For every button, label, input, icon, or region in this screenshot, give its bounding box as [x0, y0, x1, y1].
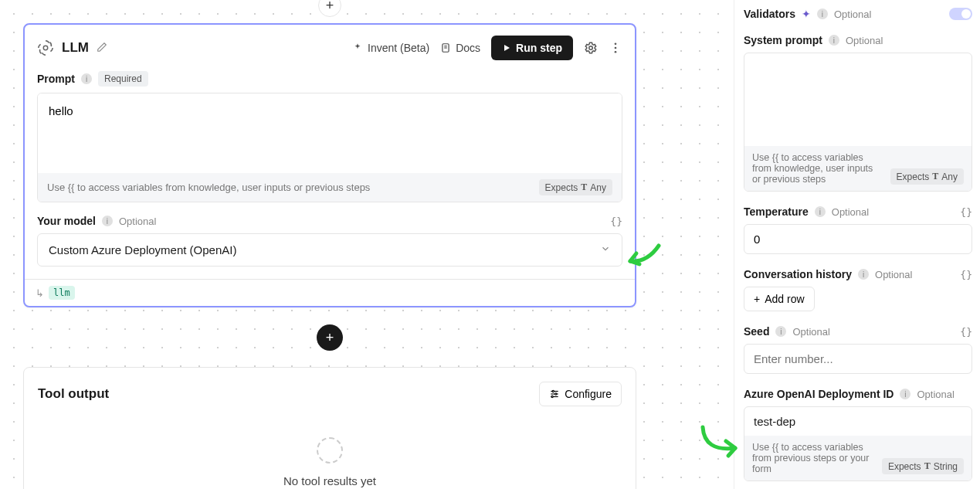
info-icon[interactable]: i [81, 73, 92, 84]
plus-icon: + [754, 293, 760, 305]
output-variable-pill[interactable]: llm [49, 286, 75, 300]
type-icon: T [932, 171, 938, 182]
code-toggle-icon[interactable]: {} [960, 326, 972, 338]
info-icon[interactable]: i [829, 35, 839, 46]
properties-panel: Validators ✦ i Optional System prompt i … [734, 0, 980, 489]
system-prompt-wrap: Use {{ to access variables from knowledg… [744, 53, 972, 192]
run-step-label: Run step [516, 42, 562, 54]
svg-point-7 [615, 51, 617, 53]
prompt-label: Prompt [37, 73, 75, 85]
azure-hint: Use {{ to access variables from previous… [752, 442, 876, 474]
validators-toggle[interactable] [949, 8, 972, 20]
add-row-label: Add row [765, 293, 804, 305]
optional-label: Optional [119, 216, 156, 227]
invent-label: Invent (Beta) [368, 42, 429, 54]
llm-header: LLM Invent (Beta) Docs Run step [25, 25, 635, 71]
svg-point-6 [615, 47, 617, 49]
play-icon [502, 43, 511, 53]
empty-state: No tool results yet "Run all" to run thi… [38, 430, 622, 489]
add-step-top-button[interactable]: + [318, 0, 341, 17]
plus-icon: + [326, 0, 334, 14]
info-icon[interactable]: i [102, 216, 113, 226]
temperature-input[interactable] [744, 224, 972, 254]
svg-point-13 [551, 396, 553, 397]
type-icon: T [924, 460, 931, 472]
optional-label: Optional [875, 269, 912, 280]
invent-button[interactable]: Invent (Beta) [352, 42, 429, 54]
svg-point-12 [555, 393, 557, 395]
add-step-mid-button[interactable]: + [317, 324, 343, 351]
run-step-button[interactable]: Run step [491, 36, 573, 60]
optional-label: Optional [917, 389, 954, 400]
return-icon: ↳ [36, 287, 44, 299]
optional-label: Optional [834, 8, 871, 20]
model-selected-value: Custom Azure Deployment (OpenAI) [49, 243, 236, 256]
prompt-input[interactable] [38, 93, 622, 171]
openai-icon [37, 39, 54, 56]
seed-input[interactable] [744, 344, 972, 374]
code-toggle-icon[interactable]: {} [960, 269, 972, 280]
empty-circle-icon [317, 437, 343, 464]
info-icon[interactable]: i [815, 206, 826, 217]
llm-title: LLM [62, 40, 89, 56]
info-icon[interactable]: i [817, 8, 828, 19]
tool-output-card: Tool output Configure No tool results ye… [23, 367, 636, 489]
model-label: Your model [37, 215, 96, 227]
docs-label: Docs [456, 42, 480, 54]
validators-label: Validators [744, 8, 795, 20]
canvas-area[interactable]: + LLM Invent (Beta) Docs [0, 0, 734, 489]
code-toggle-icon[interactable]: {} [610, 216, 622, 227]
model-select[interactable]: Custom Azure Deployment (OpenAI) [37, 233, 622, 267]
expects-pill: Expects T Any [539, 179, 612, 195]
required-badge: Required [98, 71, 148, 87]
svg-point-11 [552, 390, 554, 392]
info-icon[interactable]: i [900, 389, 910, 399]
history-label: Conversation history [744, 268, 852, 280]
settings-icon[interactable] [584, 41, 598, 55]
more-menu-icon[interactable] [609, 41, 622, 55]
tool-output-title: Tool output [38, 386, 109, 402]
seed-label: Seed [744, 325, 769, 338]
svg-point-5 [615, 42, 617, 45]
azure-deployment-input[interactable]: test-dep [744, 407, 972, 436]
prompt-hint: Use {{ to access variables from knowledg… [47, 182, 370, 193]
expects-pill: Expects T String [882, 458, 964, 474]
sparkle-icon: ✦ [802, 8, 811, 20]
svg-point-0 [43, 46, 48, 50]
llm-output-footer: ↳ llm [25, 279, 635, 306]
svg-point-4 [589, 46, 593, 50]
system-prompt-hint: Use {{ to access variables from knowledg… [752, 152, 884, 185]
system-prompt-label: System prompt [744, 34, 822, 46]
edit-title-icon[interactable] [97, 42, 107, 55]
info-icon[interactable]: i [775, 326, 786, 337]
configure-label: Configure [565, 388, 612, 400]
sliders-icon [549, 389, 560, 399]
azure-deployment-label: Azure OpenAI Deployment ID [744, 388, 894, 400]
info-icon[interactable]: i [858, 269, 869, 280]
optional-label: Optional [792, 326, 829, 338]
temperature-label: Temperature [744, 205, 809, 218]
add-row-button[interactable]: + Add row [744, 287, 815, 311]
system-prompt-input[interactable] [744, 53, 972, 146]
configure-button[interactable]: Configure [539, 382, 622, 406]
plus-icon: + [326, 330, 334, 346]
optional-label: Optional [832, 206, 869, 218]
docs-button[interactable]: Docs [440, 42, 480, 54]
type-icon: T [581, 182, 587, 193]
optional-label: Optional [846, 35, 883, 46]
chevron-down-icon [600, 243, 611, 256]
llm-step-card: LLM Invent (Beta) Docs Run step [23, 23, 636, 307]
code-toggle-icon[interactable]: {} [960, 206, 972, 218]
expects-pill: Expects T Any [890, 168, 964, 185]
azure-deployment-wrap: test-dep Use {{ to access variables from… [744, 406, 972, 481]
empty-title: No tool results yet [38, 474, 622, 487]
prompt-field-wrap: Use {{ to access variables from knowledg… [37, 93, 622, 202]
